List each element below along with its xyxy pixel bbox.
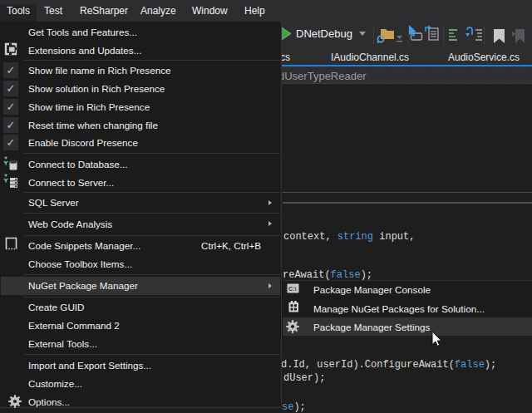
svg-text:C:\: C:\ xyxy=(288,286,296,292)
